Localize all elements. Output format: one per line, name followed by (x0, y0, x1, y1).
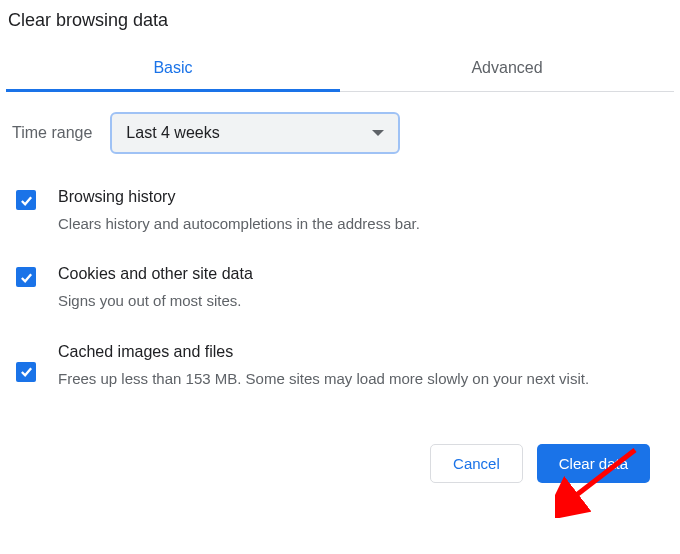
option-text: Browsing history Clears history and auto… (58, 188, 420, 235)
clear-data-button[interactable]: Clear data (537, 444, 650, 483)
option-cache: Cached images and files Frees up less th… (12, 343, 668, 420)
check-icon (20, 194, 33, 207)
time-range-value: Last 4 weeks (126, 124, 219, 142)
option-text: Cookies and other site data Signs you ou… (58, 265, 253, 312)
checkbox-cookies[interactable] (16, 267, 36, 287)
checkbox-cache[interactable] (16, 362, 36, 382)
option-title: Cached images and files (58, 343, 589, 361)
option-browsing-history: Browsing history Clears history and auto… (12, 188, 668, 265)
clear-browsing-data-dialog: Clear browsing data Basic Advanced Time … (0, 0, 680, 483)
time-range-select[interactable]: Last 4 weeks (110, 112, 400, 154)
checkbox-browsing-history[interactable] (16, 190, 36, 210)
option-desc: Clears history and autocompletions in th… (58, 212, 420, 235)
option-title: Cookies and other site data (58, 265, 253, 283)
check-icon (20, 271, 33, 284)
tabs: Basic Advanced (6, 47, 674, 92)
option-text: Cached images and files Frees up less th… (58, 343, 589, 390)
option-desc: Frees up less than 153 MB. Some sites ma… (58, 367, 589, 390)
option-desc: Signs you out of most sites. (58, 289, 253, 312)
dialog-title: Clear browsing data (6, 6, 674, 47)
time-range-label: Time range (12, 124, 92, 142)
chevron-down-icon (372, 130, 384, 136)
time-range-row: Time range Last 4 weeks (12, 112, 668, 154)
tab-basic[interactable]: Basic (6, 47, 340, 91)
cancel-button[interactable]: Cancel (430, 444, 523, 483)
tab-advanced[interactable]: Advanced (340, 47, 674, 91)
option-title: Browsing history (58, 188, 420, 206)
option-cookies: Cookies and other site data Signs you ou… (12, 265, 668, 342)
check-icon (20, 365, 33, 378)
dialog-buttons: Cancel Clear data (12, 420, 668, 483)
dialog-body: Time range Last 4 weeks Browsing history… (6, 92, 674, 483)
